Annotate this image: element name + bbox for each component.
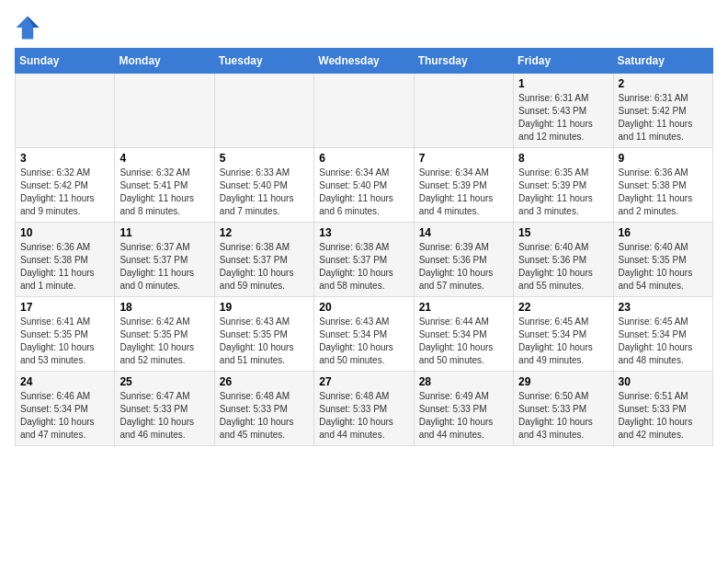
day-info: Sunrise: 6:31 AM Sunset: 5:43 PM Dayligh… [518, 92, 608, 144]
calendar-cell: 5Sunrise: 6:33 AM Sunset: 5:40 PM Daylig… [214, 148, 313, 223]
day-info: Sunrise: 6:51 AM Sunset: 5:33 PM Dayligh… [619, 390, 708, 442]
logo [15, 15, 44, 40]
calendar-cell: 18Sunrise: 6:42 AM Sunset: 5:35 PM Dayli… [115, 297, 214, 372]
calendar-week-row: 10Sunrise: 6:36 AM Sunset: 5:38 PM Dayli… [16, 223, 713, 297]
calendar-cell: 23Sunrise: 6:45 AM Sunset: 5:34 PM Dayli… [613, 297, 712, 372]
day-number: 8 [518, 152, 608, 165]
calendar-cell: 22Sunrise: 6:45 AM Sunset: 5:34 PM Dayli… [514, 297, 613, 372]
day-info: Sunrise: 6:34 AM Sunset: 5:39 PM Dayligh… [419, 167, 508, 218]
calendar-cell: 9Sunrise: 6:36 AM Sunset: 5:38 PM Daylig… [613, 148, 712, 223]
day-number: 5 [220, 152, 309, 165]
day-number: 6 [319, 152, 408, 165]
day-info: Sunrise: 6:34 AM Sunset: 5:40 PM Dayligh… [319, 167, 408, 218]
day-number: 22 [518, 301, 608, 314]
day-number: 19 [220, 301, 309, 314]
header-sunday: Sunday [16, 49, 115, 74]
calendar-cell: 1Sunrise: 6:31 AM Sunset: 5:43 PM Daylig… [514, 74, 613, 148]
day-info: Sunrise: 6:45 AM Sunset: 5:34 PM Dayligh… [518, 316, 608, 367]
calendar-cell: 8Sunrise: 6:35 AM Sunset: 5:39 PM Daylig… [514, 148, 613, 223]
calendar-cell: 11Sunrise: 6:37 AM Sunset: 5:37 PM Dayli… [115, 223, 214, 297]
calendar-cell [414, 74, 513, 148]
day-number: 17 [20, 301, 109, 314]
header-saturday: Saturday [613, 49, 712, 74]
day-info: Sunrise: 6:41 AM Sunset: 5:35 PM Dayligh… [20, 316, 109, 367]
day-info: Sunrise: 6:43 AM Sunset: 5:35 PM Dayligh… [220, 316, 309, 367]
calendar-cell: 15Sunrise: 6:40 AM Sunset: 5:36 PM Dayli… [514, 223, 613, 297]
day-info: Sunrise: 6:50 AM Sunset: 5:33 PM Dayligh… [518, 390, 608, 442]
day-info: Sunrise: 6:38 AM Sunset: 5:37 PM Dayligh… [220, 241, 309, 293]
calendar-cell: 3Sunrise: 6:32 AM Sunset: 5:42 PM Daylig… [16, 148, 115, 223]
header-monday: Monday [115, 49, 214, 74]
day-info: Sunrise: 6:32 AM Sunset: 5:41 PM Dayligh… [119, 167, 209, 218]
day-info: Sunrise: 6:36 AM Sunset: 5:38 PM Dayligh… [619, 167, 708, 218]
day-info: Sunrise: 6:47 AM Sunset: 5:33 PM Dayligh… [119, 390, 209, 442]
calendar-cell: 21Sunrise: 6:44 AM Sunset: 5:34 PM Dayli… [414, 297, 513, 372]
day-number: 25 [119, 375, 209, 388]
day-number: 1 [518, 77, 608, 90]
day-info: Sunrise: 6:39 AM Sunset: 5:36 PM Dayligh… [419, 241, 508, 293]
day-info: Sunrise: 6:32 AM Sunset: 5:42 PM Dayligh… [20, 167, 109, 218]
day-number: 30 [619, 375, 708, 388]
day-info: Sunrise: 6:46 AM Sunset: 5:34 PM Dayligh… [20, 390, 109, 442]
day-number: 26 [220, 375, 309, 388]
calendar-table: Sunday Monday Tuesday Wednesday Thursday… [15, 48, 713, 446]
day-number: 13 [319, 226, 408, 239]
day-number: 27 [319, 375, 408, 388]
calendar-cell: 2Sunrise: 6:31 AM Sunset: 5:42 PM Daylig… [613, 74, 712, 148]
day-info: Sunrise: 6:45 AM Sunset: 5:34 PM Dayligh… [619, 316, 708, 367]
calendar-cell: 19Sunrise: 6:43 AM Sunset: 5:35 PM Dayli… [214, 297, 313, 372]
calendar-week-row: 24Sunrise: 6:46 AM Sunset: 5:34 PM Dayli… [16, 372, 713, 446]
calendar-cell: 26Sunrise: 6:48 AM Sunset: 5:33 PM Dayli… [214, 372, 313, 446]
calendar-cell: 25Sunrise: 6:47 AM Sunset: 5:33 PM Dayli… [115, 372, 214, 446]
day-info: Sunrise: 6:44 AM Sunset: 5:34 PM Dayligh… [419, 316, 508, 367]
day-number: 2 [619, 77, 708, 90]
header-friday: Friday [514, 49, 613, 74]
day-number: 10 [20, 226, 109, 239]
day-number: 7 [419, 152, 508, 165]
day-info: Sunrise: 6:48 AM Sunset: 5:33 PM Dayligh… [319, 390, 408, 442]
day-info: Sunrise: 6:40 AM Sunset: 5:36 PM Dayligh… [518, 241, 608, 293]
calendar-cell: 4Sunrise: 6:32 AM Sunset: 5:41 PM Daylig… [115, 148, 214, 223]
day-info: Sunrise: 6:33 AM Sunset: 5:40 PM Dayligh… [220, 167, 309, 218]
day-number: 9 [619, 152, 708, 165]
day-number: 15 [518, 226, 608, 239]
calendar-cell [214, 74, 313, 148]
calendar-cell: 20Sunrise: 6:43 AM Sunset: 5:34 PM Dayli… [314, 297, 414, 372]
calendar-cell: 28Sunrise: 6:49 AM Sunset: 5:33 PM Dayli… [414, 372, 513, 446]
day-number: 20 [319, 301, 408, 314]
header-wednesday: Wednesday [314, 49, 414, 74]
day-info: Sunrise: 6:43 AM Sunset: 5:34 PM Dayligh… [319, 316, 408, 367]
calendar-cell: 27Sunrise: 6:48 AM Sunset: 5:33 PM Dayli… [314, 372, 414, 446]
calendar-week-row: 1Sunrise: 6:31 AM Sunset: 5:43 PM Daylig… [16, 74, 713, 148]
calendar-cell: 6Sunrise: 6:34 AM Sunset: 5:40 PM Daylig… [314, 148, 414, 223]
day-info: Sunrise: 6:42 AM Sunset: 5:35 PM Dayligh… [119, 316, 209, 367]
day-info: Sunrise: 6:35 AM Sunset: 5:39 PM Dayligh… [518, 167, 608, 218]
day-number: 3 [20, 152, 109, 165]
page-header [15, 15, 713, 40]
day-number: 14 [419, 226, 508, 239]
day-info: Sunrise: 6:36 AM Sunset: 5:38 PM Dayligh… [20, 241, 109, 293]
weekday-header-row: Sunday Monday Tuesday Wednesday Thursday… [16, 49, 713, 74]
calendar-cell: 14Sunrise: 6:39 AM Sunset: 5:36 PM Dayli… [414, 223, 513, 297]
day-number: 23 [619, 301, 708, 314]
calendar-cell: 29Sunrise: 6:50 AM Sunset: 5:33 PM Dayli… [514, 372, 613, 446]
calendar-week-row: 17Sunrise: 6:41 AM Sunset: 5:35 PM Dayli… [16, 297, 713, 372]
day-info: Sunrise: 6:40 AM Sunset: 5:35 PM Dayligh… [619, 241, 708, 293]
day-info: Sunrise: 6:48 AM Sunset: 5:33 PM Dayligh… [220, 390, 309, 442]
logo-icon [15, 15, 40, 40]
day-number: 4 [119, 152, 209, 165]
day-number: 29 [518, 375, 608, 388]
calendar-cell [314, 74, 414, 148]
day-number: 18 [119, 301, 209, 314]
calendar-cell: 10Sunrise: 6:36 AM Sunset: 5:38 PM Dayli… [16, 223, 115, 297]
calendar-cell: 17Sunrise: 6:41 AM Sunset: 5:35 PM Dayli… [16, 297, 115, 372]
day-number: 24 [20, 375, 109, 388]
day-number: 21 [419, 301, 508, 314]
day-info: Sunrise: 6:49 AM Sunset: 5:33 PM Dayligh… [419, 390, 508, 442]
calendar-cell: 16Sunrise: 6:40 AM Sunset: 5:35 PM Dayli… [613, 223, 712, 297]
header-tuesday: Tuesday [214, 49, 313, 74]
calendar-cell: 12Sunrise: 6:38 AM Sunset: 5:37 PM Dayli… [214, 223, 313, 297]
day-number: 12 [220, 226, 309, 239]
calendar-cell: 30Sunrise: 6:51 AM Sunset: 5:33 PM Dayli… [613, 372, 712, 446]
day-info: Sunrise: 6:38 AM Sunset: 5:37 PM Dayligh… [319, 241, 408, 293]
